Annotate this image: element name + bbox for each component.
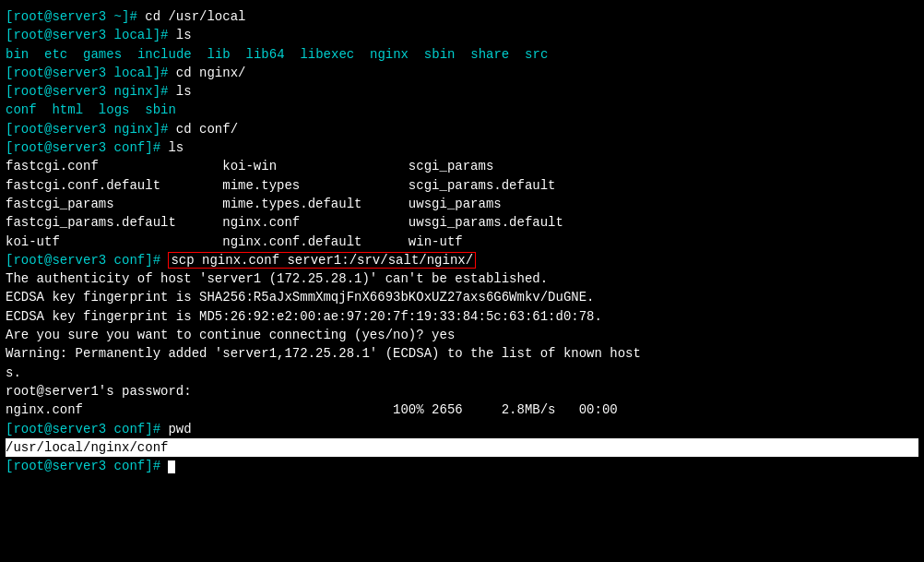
line-scp-cmd: [root@server3 conf]# scp nginx.conf serv… xyxy=(6,251,918,269)
ls-item-lib: lib xyxy=(207,47,231,62)
prompt-6: [root@server3 conf]# xyxy=(6,140,160,155)
prompt-1: [root@server3 ~]# xyxy=(6,9,137,24)
line-conf-files-4: fastcgi_params.default nginx.conf uwsgi_… xyxy=(6,213,918,232)
ls-nginx-logs: logs xyxy=(99,102,130,117)
terminal-cursor xyxy=(168,460,175,473)
line-ls-output-nginx: conf html logs sbin xyxy=(6,101,918,119)
prompt-9: [root@server3 conf]# xyxy=(6,459,160,473)
cmd-8: pwd xyxy=(160,422,192,436)
ls-item-etc: etc xyxy=(44,47,67,62)
line-conf-files-3: fastcgi_params mime.types.default uwsgi_… xyxy=(6,195,918,213)
ls-item-libexec: libexec xyxy=(300,47,354,62)
ls-item-bin: bin xyxy=(6,47,29,62)
ls-nginx-conf: conf xyxy=(6,102,37,117)
line-continue-connecting: Are you sure you want to continue connec… xyxy=(6,326,918,344)
line-cd-nginx: [root@server3 local]# cd nginx/ xyxy=(6,64,918,82)
line-warning-s: s. xyxy=(6,364,918,382)
ls-item-include: include xyxy=(137,47,192,62)
line-ecdsa-sha256: ECDSA key fingerprint is SHA256:R5aJxSmm… xyxy=(6,288,918,306)
prompt-3: [root@server3 local]# xyxy=(6,66,168,80)
ls-item-share: share xyxy=(470,47,509,62)
cmd-1: cd /usr/local xyxy=(137,9,246,24)
pwd-output: /usr/local/nginx/conf xyxy=(6,438,918,457)
line-cd-usr-local: [root@server3 ~]# cd /usr/local xyxy=(6,7,918,26)
line-conf-files-1: fastcgi.conf koi-win scgi_params xyxy=(6,157,918,175)
prompt-4: [root@server3 nginx]# xyxy=(6,84,168,99)
prompt-7: [root@server3 conf]# xyxy=(6,253,160,268)
line-warning-added: Warning: Permanently added 'server1,172.… xyxy=(6,344,918,363)
cmd-2: ls xyxy=(168,28,191,42)
line-conf-files-2: fastcgi.conf.default mime.types scgi_par… xyxy=(6,176,918,195)
line-authenticity: The authenticity of host 'server1 (172.2… xyxy=(6,269,918,288)
line-password-prompt: root@server1's password: xyxy=(6,382,918,401)
prompt-5: [root@server3 nginx]# xyxy=(6,122,168,137)
cmd-6: ls xyxy=(160,140,184,155)
line-ecdsa-md5: ECDSA key fingerprint is MD5:26:92:e2:00… xyxy=(6,307,918,326)
terminal: [root@server3 ~]# cd /usr/local [root@se… xyxy=(0,0,924,562)
ls-item-games: games xyxy=(83,47,122,62)
line-pwd-cmd: [root@server3 conf]# pwd xyxy=(6,420,918,438)
line-transfer-progress: nginx.conf 100% 2656 2.8MB/s 00:00 xyxy=(6,401,918,419)
ls-nginx-html: html xyxy=(52,102,83,117)
prompt-8: [root@server3 conf]# xyxy=(6,422,160,436)
cmd-5: cd conf/ xyxy=(168,122,238,137)
line-final-prompt[interactable]: [root@server3 conf]# xyxy=(6,457,918,475)
ls-item-lib64: lib64 xyxy=(246,47,285,62)
prompt-2: [root@server3 local]# xyxy=(6,28,168,42)
cmd-3: cd nginx/ xyxy=(168,66,245,80)
line-ls-local: [root@server3 local]# ls xyxy=(6,26,918,44)
ls-item-src: src xyxy=(525,47,548,62)
ls-item-sbin: sbin xyxy=(424,47,456,62)
line-conf-files-5: koi-utf nginx.conf.default win-utf xyxy=(6,233,918,251)
ls-nginx-sbin: sbin xyxy=(145,102,176,117)
line-ls-conf: [root@server3 conf]# ls xyxy=(6,138,918,157)
ls-item-nginx: nginx xyxy=(370,47,409,62)
cursor-space xyxy=(160,459,168,473)
line-cd-conf: [root@server3 nginx]# cd conf/ xyxy=(6,120,918,138)
scp-command: scp nginx.conf server1:/srv/salt/nginx/ xyxy=(168,252,476,269)
line-ls-output-local: bin etc games include lib lib64 libexec … xyxy=(6,45,918,64)
cmd-4: ls xyxy=(168,84,191,99)
line-ls-nginx: [root@server3 nginx]# ls xyxy=(6,82,918,101)
